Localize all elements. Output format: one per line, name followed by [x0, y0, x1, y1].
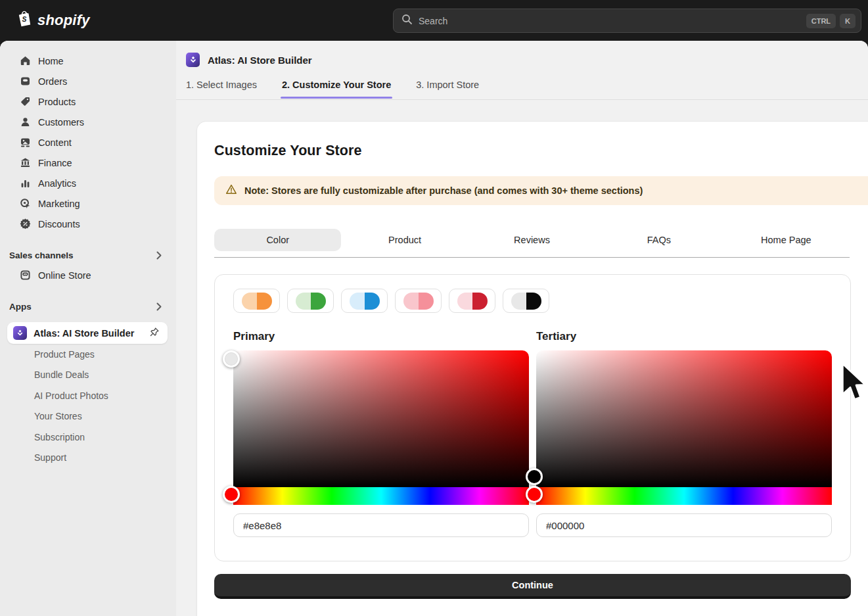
- primary-saturation-handle[interactable]: [223, 350, 240, 367]
- customers-icon: [20, 116, 31, 128]
- admin-frame: Home Orders Products Customers: [0, 41, 868, 616]
- primary-saturation-area[interactable]: [233, 350, 529, 487]
- sidebar-item-label: Analytics: [38, 178, 76, 189]
- primary-hex-input[interactable]: [233, 513, 529, 537]
- preset-light-half: [296, 293, 311, 310]
- tab-customize-your-store[interactable]: 2. Customize Your Store: [282, 70, 391, 99]
- tertiary-hue-handle[interactable]: [526, 486, 543, 503]
- color-preset-pink[interactable]: [395, 289, 442, 313]
- sidebar-item-ai-product-photos[interactable]: AI Product Photos: [0, 385, 176, 406]
- sidebar-item-content[interactable]: Content: [0, 132, 176, 153]
- sales-channels-header[interactable]: Sales channels: [0, 245, 176, 265]
- sidebar-item-support[interactable]: Support: [0, 448, 176, 469]
- content-icon: [20, 137, 31, 148]
- sidebar-item-subscription[interactable]: Subscription: [0, 427, 176, 448]
- sidebar-item-product-pages[interactable]: Product Pages: [0, 344, 176, 365]
- sidebar-item-atlas-app[interactable]: Atlas: AI Store Builder: [7, 322, 168, 344]
- continue-button[interactable]: Continue: [214, 574, 851, 599]
- sidebar-item-home[interactable]: Home: [0, 51, 176, 71]
- shopify-wordmark: shopify: [37, 12, 90, 29]
- preset-light-half: [350, 293, 365, 310]
- preset-dark-half: [257, 293, 272, 310]
- tab-color[interactable]: Color: [214, 229, 341, 251]
- sidebar-item-products[interactable]: Products: [0, 91, 176, 112]
- sidebar-item-bundle-deals[interactable]: Bundle Deals: [0, 365, 176, 386]
- shopify-logo[interactable]: S shopify: [16, 10, 90, 30]
- home-icon: [20, 55, 31, 66]
- tertiary-hex-input[interactable]: [536, 513, 832, 537]
- primary-color-picker: Primary: [233, 330, 529, 537]
- primary-hue-slider[interactable]: [233, 487, 529, 505]
- shortcut-k-key: K: [840, 14, 856, 28]
- sidebar-item-label: Finance: [38, 158, 72, 168]
- search-placeholder: Search: [419, 16, 802, 26]
- shortcut-ctrl-key: CTRL: [806, 14, 836, 28]
- preset-light-half: [242, 293, 257, 310]
- page-title: Atlas: AI Store Builder: [208, 55, 312, 66]
- preset-dark-half: [419, 293, 434, 310]
- pin-icon[interactable]: [149, 327, 160, 339]
- sidebar: Home Orders Products Customers: [0, 41, 176, 616]
- apps-header[interactable]: Apps: [0, 296, 176, 316]
- tab-product[interactable]: Product: [341, 229, 468, 251]
- note-banner: Note: Stores are fully customizable afte…: [214, 176, 868, 205]
- sidebar-item-label: Marketing: [38, 199, 80, 209]
- step-tabs: 1. Select Images 2. Customize Your Store…: [176, 70, 868, 100]
- color-preset-black[interactable]: [503, 289, 549, 313]
- color-preset-green[interactable]: [287, 289, 334, 313]
- chevron-right-icon: [156, 302, 162, 311]
- picker-label: Primary: [233, 330, 529, 343]
- sidebar-item-label: Orders: [38, 76, 67, 87]
- tertiary-saturation-area[interactable]: [536, 350, 832, 487]
- shopify-admin-screen: S shopify Search CTRL K Home: [0, 0, 868, 616]
- sidebar-item-label: Products: [38, 97, 76, 107]
- tertiary-hue-slider[interactable]: [536, 487, 832, 505]
- sidebar-item-your-stores[interactable]: Your Stores: [0, 406, 176, 427]
- primary-hue-handle[interactable]: [223, 486, 240, 503]
- color-preset-red[interactable]: [449, 289, 495, 313]
- search-icon: [401, 14, 413, 28]
- sidebar-item-label: Home: [38, 56, 64, 66]
- preset-dark-half: [472, 293, 488, 310]
- color-panel: Primary Tertiary: [214, 274, 851, 561]
- color-pickers: Primary Tertiary: [233, 330, 850, 537]
- section-title: Customize Your Store: [214, 143, 868, 159]
- sidebar-item-orders[interactable]: Orders: [0, 71, 176, 91]
- color-preset-orange[interactable]: [233, 289, 280, 313]
- apps-label: Apps: [9, 302, 32, 312]
- tab-home-page[interactable]: Home Page: [723, 229, 850, 251]
- tab-import-store[interactable]: 3. Import Store: [416, 70, 479, 99]
- main-area: Atlas: AI Store Builder 1. Select Images…: [176, 41, 868, 616]
- sidebar-item-marketing[interactable]: Marketing: [0, 193, 176, 214]
- preset-dark-half: [526, 293, 541, 310]
- preset-dark-half: [365, 293, 380, 310]
- sidebar-item-customers[interactable]: Customers: [0, 112, 176, 132]
- sales-channels-label: Sales channels: [9, 250, 74, 260]
- global-search-input[interactable]: Search CTRL K: [393, 9, 861, 33]
- sub-item-label: Product Pages: [34, 349, 95, 360]
- products-icon: [20, 96, 31, 107]
- sidebar-item-label: Online Store: [38, 270, 91, 281]
- tab-faqs[interactable]: FAQs: [595, 229, 722, 251]
- sidebar-item-analytics[interactable]: Analytics: [0, 173, 176, 193]
- sidebar-item-discounts[interactable]: Discounts: [0, 214, 176, 234]
- marketing-icon: [20, 198, 31, 209]
- sidebar-item-online-store[interactable]: Online Store: [0, 265, 176, 285]
- preset-light-half: [403, 293, 419, 310]
- shopify-bag-icon: S: [16, 10, 33, 30]
- app-header: Atlas: AI Store Builder: [176, 41, 868, 70]
- note-text: Note: Stores are fully customizable afte…: [244, 185, 643, 196]
- color-preset-row: [233, 289, 850, 313]
- tertiary-saturation-handle[interactable]: [526, 468, 543, 485]
- customize-card: Customize Your Store Note: Stores are fu…: [197, 122, 868, 616]
- tab-select-images[interactable]: 1. Select Images: [186, 70, 257, 99]
- tab-reviews[interactable]: Reviews: [468, 229, 595, 251]
- sidebar-item-label: Atlas: AI Store Builder: [34, 328, 143, 339]
- sidebar-item-finance[interactable]: Finance: [0, 153, 176, 173]
- svg-text:S: S: [22, 16, 27, 23]
- color-preset-blue[interactable]: [341, 289, 388, 313]
- preset-dark-half: [311, 293, 326, 310]
- tertiary-color-picker: Tertiary: [536, 330, 832, 537]
- preset-light-half: [511, 293, 526, 310]
- sidebar-item-label: Customers: [38, 117, 84, 128]
